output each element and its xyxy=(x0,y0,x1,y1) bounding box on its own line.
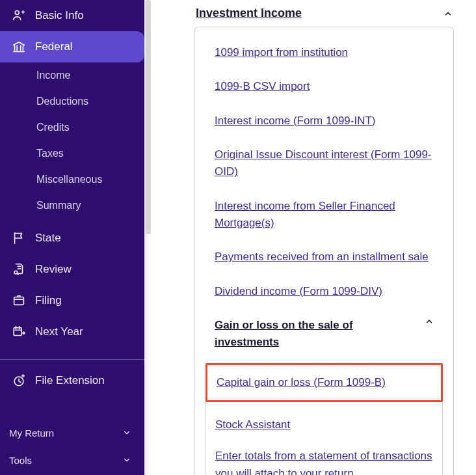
main-content: Investment Income 1099 import from insti… xyxy=(144,0,476,475)
section-panel: 1099 import from institution 1099-B CSV … xyxy=(194,27,454,475)
sidebar-item-label: Federal xyxy=(35,40,73,53)
nav-list: Basic Info Federal Income Deductions Cre… xyxy=(0,0,144,347)
sidebar-item-label: State xyxy=(35,232,61,245)
chevron-up-icon xyxy=(443,9,453,18)
svg-point-0 xyxy=(15,10,19,14)
link-1099b-csv-import[interactable]: 1099-B CSV import xyxy=(215,80,310,92)
sidebar-item-review[interactable]: Review xyxy=(0,254,144,285)
person-icon xyxy=(12,8,26,23)
sidebar-item-filing[interactable]: Filing xyxy=(0,285,144,316)
link-1099-import[interactable]: 1099 import from institution xyxy=(215,46,348,59)
sidebar-item-file-extension[interactable]: File Extension xyxy=(0,365,144,396)
sidebar-divider xyxy=(0,359,144,360)
link-stock-assistant[interactable]: Stock Assistant xyxy=(215,418,290,431)
section-header-investment-income[interactable]: Investment Income xyxy=(194,5,454,27)
link-capital-gain-loss-1099b[interactable]: Capital gain or loss (Form 1099-B) xyxy=(217,376,386,388)
link-list: 1099 import from institution 1099-B CSV … xyxy=(215,44,434,300)
sidebar-item-label: Review xyxy=(35,263,72,276)
link-dividend-income-1099div[interactable]: Dividend income (Form 1099-DIV) xyxy=(215,285,382,297)
document-search-icon xyxy=(12,262,26,277)
sidebar-item-basic-info[interactable]: Basic Info xyxy=(0,0,144,31)
svg-rect-2 xyxy=(14,297,24,305)
sidebar: Basic Info Federal Income Deductions Cre… xyxy=(0,0,144,475)
sidebar-subitem-taxes[interactable]: Taxes xyxy=(0,141,144,167)
sidebar-dropdown-label: My Return xyxy=(9,428,54,439)
nav-list-extra: File Extension xyxy=(0,365,144,396)
section-title: Investment Income xyxy=(196,7,302,20)
link-seller-financed-mortgage[interactable]: Interest income from Seller Financed Mor… xyxy=(215,200,395,229)
sidebar-item-label: Basic Info xyxy=(35,9,84,22)
sidebar-item-label: Next Year xyxy=(35,325,83,338)
sidebar-subitem-deductions[interactable]: Deductions xyxy=(0,88,144,115)
sidebar-item-state[interactable]: State xyxy=(0,223,144,254)
chevron-down-icon xyxy=(122,428,131,437)
sidebar-item-next-year[interactable]: Next Year xyxy=(0,316,144,347)
sidebar-item-label: File Extension xyxy=(35,374,105,387)
sub-link-list: Capital gain or loss (Form 1099-B) Stock… xyxy=(206,363,442,475)
federal-subnav: Income Deductions Credits Taxes Miscella… xyxy=(0,62,144,219)
sidebar-subitem-income[interactable]: Income xyxy=(0,62,144,88)
highlighted-item: Capital gain or loss (Form 1099-B) xyxy=(205,363,443,402)
gov-building-icon xyxy=(12,40,26,54)
sidebar-subitem-credits[interactable]: Credits xyxy=(0,115,144,141)
link-installment-sale[interactable]: Payments received from an installment sa… xyxy=(215,251,429,263)
sidebar-subitem-misc[interactable]: Miscellaneous xyxy=(0,167,144,193)
link-interest-income-1099int[interactable]: Interest income (Form 1099-INT) xyxy=(215,115,376,127)
sidebar-item-label: Filing xyxy=(35,294,62,307)
chevron-up-icon xyxy=(425,317,434,326)
sidebar-subitem-summary[interactable]: Summary xyxy=(0,193,144,219)
sidebar-item-federal[interactable]: Federal xyxy=(0,31,144,62)
subsection-title: Gain or loss on the sale of investments xyxy=(215,317,358,351)
subsection-panel: Capital gain or loss (Form 1099-B) Stock… xyxy=(205,363,443,475)
sidebar-dropdown-label: Tools xyxy=(9,455,32,466)
calendar-next-icon xyxy=(12,325,26,339)
filing-icon xyxy=(12,293,26,308)
chevron-down-icon xyxy=(122,455,131,465)
link-oid-interest-1099oid[interactable]: Original Issue Discount interest (Form 1… xyxy=(215,148,432,178)
flag-icon xyxy=(12,231,26,245)
subsection-header-gain-loss[interactable]: Gain or loss on the sale of investments xyxy=(215,317,434,351)
svg-rect-3 xyxy=(14,328,21,336)
clock-plus-icon xyxy=(12,373,26,388)
sidebar-dropdown-my-return[interactable]: My Return xyxy=(0,419,144,446)
link-enter-totals-statement[interactable]: Enter totals from a statement of transac… xyxy=(215,450,432,475)
sidebar-footer: My Return Tools xyxy=(0,415,144,475)
sidebar-dropdown-tools[interactable]: Tools xyxy=(0,446,144,474)
